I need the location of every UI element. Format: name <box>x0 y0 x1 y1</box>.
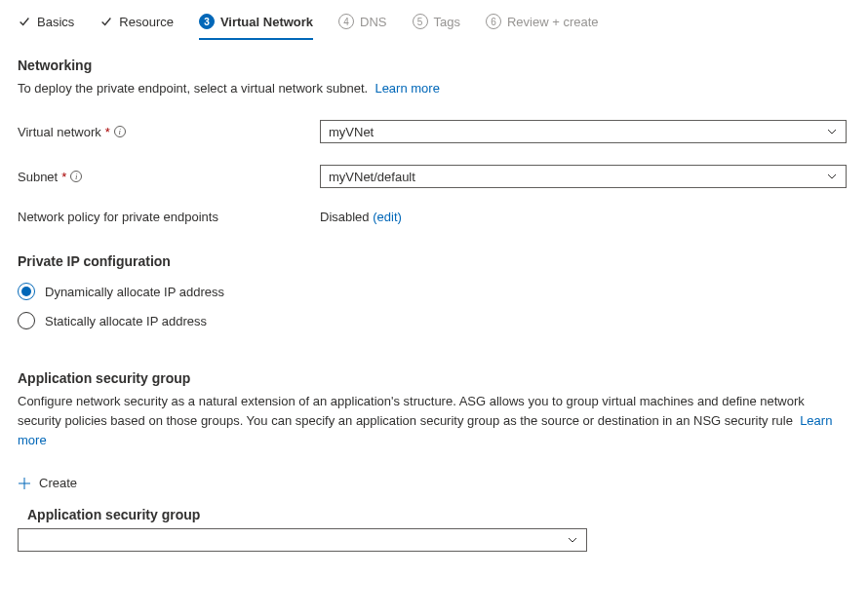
asg-select[interactable] <box>18 528 587 552</box>
required-marker: * <box>61 170 66 184</box>
tab-basics[interactable]: Basics <box>18 11 74 39</box>
chevron-down-icon <box>826 171 838 182</box>
tab-tags[interactable]: 5 Tags <box>413 10 460 39</box>
tab-label: Virtual Network <box>220 15 313 29</box>
radio-label: Dynamically allocate IP address <box>45 285 224 299</box>
network-policy-value: Disabled (edit) <box>320 210 402 224</box>
tab-label: DNS <box>360 15 386 29</box>
check-icon <box>99 15 113 28</box>
field-subnet: Subnet * i myVNet/default <box>18 165 850 188</box>
radio-label: Statically allocate IP address <box>45 314 207 328</box>
section-title: Networking <box>18 58 850 73</box>
radio-icon <box>18 312 35 329</box>
info-icon[interactable]: i <box>114 126 126 137</box>
radio-dynamic-ip[interactable]: Dynamically allocate IP address <box>18 277 868 306</box>
field-network-policy: Network policy for private endpoints Dis… <box>18 210 850 224</box>
asg-field-label: Application security group <box>27 507 868 522</box>
create-asg-button[interactable]: Create <box>18 476 77 490</box>
wizard-tabs: Basics Resource 3 Virtual Network 4 DNS … <box>0 0 868 40</box>
chevron-down-icon <box>567 534 578 546</box>
chevron-down-icon <box>826 126 838 137</box>
field-label: Virtual network * i <box>18 125 320 139</box>
field-virtual-network: Virtual network * i myVNet <box>18 120 850 143</box>
section-asg: Application security group Configure net… <box>0 335 868 450</box>
learn-more-link[interactable]: Learn more <box>375 81 439 96</box>
step-number-icon: 6 <box>486 14 501 29</box>
edit-link[interactable]: (edit) <box>373 210 402 224</box>
tab-review-create[interactable]: 6 Review + create <box>486 10 599 39</box>
select-value: myVNet <box>329 125 374 139</box>
ip-allocation-radio-group: Dynamically allocate IP address Statical… <box>0 277 868 335</box>
button-label: Create <box>39 476 77 490</box>
tab-label: Tags <box>434 15 460 29</box>
section-title: Application security group <box>18 370 850 386</box>
tab-resource[interactable]: Resource <box>99 11 174 39</box>
tab-label: Review + create <box>507 15 599 29</box>
section-description: Configure network security as a natural … <box>18 392 850 450</box>
virtual-network-select[interactable]: myVNet <box>320 120 847 143</box>
subnet-select[interactable]: myVNet/default <box>320 165 847 188</box>
step-number-icon: 5 <box>413 14 428 29</box>
select-value: myVNet/default <box>329 170 415 184</box>
step-number-icon: 4 <box>338 14 354 29</box>
field-label: Network policy for private endpoints <box>18 210 320 224</box>
field-label: Subnet * i <box>18 170 320 184</box>
plus-icon <box>18 477 31 490</box>
radio-icon <box>18 283 35 300</box>
tab-label: Resource <box>119 15 174 29</box>
section-networking: Networking To deploy the private endpoin… <box>0 40 868 224</box>
tab-label: Basics <box>37 15 74 29</box>
section-description: To deploy the private endpoint, select a… <box>18 79 850 98</box>
section-title: Private IP configuration <box>18 253 850 269</box>
check-icon <box>18 15 31 28</box>
tab-dns[interactable]: 4 DNS <box>338 10 386 39</box>
tab-virtual-network[interactable]: 3 Virtual Network <box>199 10 313 39</box>
step-number-icon: 3 <box>199 14 215 29</box>
required-marker: * <box>105 125 110 139</box>
info-icon[interactable]: i <box>70 171 82 182</box>
section-private-ip: Private IP configuration <box>0 224 868 269</box>
radio-static-ip[interactable]: Statically allocate IP address <box>18 306 868 335</box>
